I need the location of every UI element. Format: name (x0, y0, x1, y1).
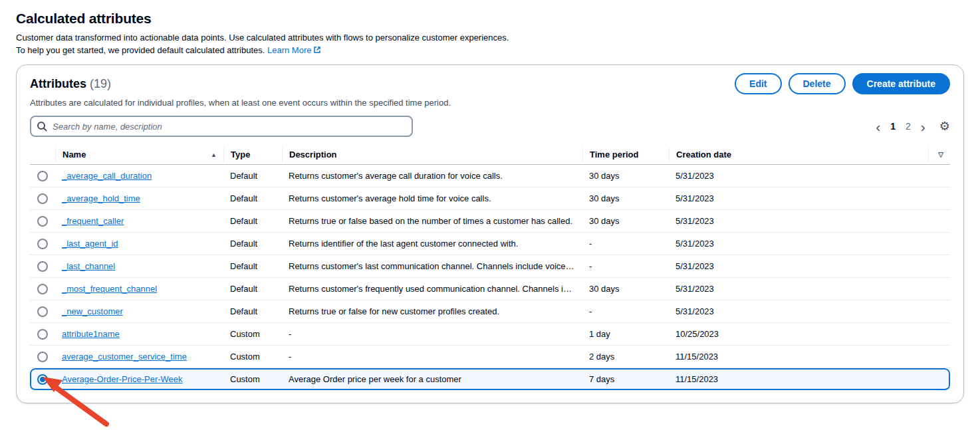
type-cell: Default (223, 284, 282, 294)
description-cell: Returns customer's frequently used commu… (282, 284, 582, 294)
table-row[interactable]: _most_frequent_channel Default Returns c… (30, 278, 950, 300)
row-radio-selected[interactable] (37, 374, 48, 385)
external-link-icon (313, 46, 321, 54)
page-description: Customer data transformed into actionabl… (16, 31, 964, 56)
type-cell: Custom (223, 352, 282, 362)
description-line-1: Customer data transformed into actionabl… (16, 33, 509, 43)
table-toolbar: ‹ 1 2 › ⚙ (30, 116, 950, 137)
attribute-name-link[interactable]: average_customer_service_time (62, 352, 187, 362)
pagination: ‹ 1 2 › ⚙ (876, 119, 950, 134)
row-radio[interactable] (37, 306, 48, 317)
row-radio[interactable] (37, 329, 48, 340)
panel-actions: Edit Delete Create attribute (735, 73, 950, 94)
row-radio[interactable] (37, 193, 48, 204)
edit-button[interactable]: Edit (735, 73, 781, 94)
table-row[interactable]: _last_channel Default Returns customer's… (30, 255, 950, 278)
search-input[interactable] (30, 116, 413, 137)
attributes-panel: Attributes (19) Edit Delete Create attri… (16, 64, 964, 403)
table-header-row: Name ▲ Type Description Time period Crea… (30, 145, 950, 165)
description-cell: Returns customer's average call duration… (282, 171, 582, 181)
page-1-button[interactable]: 1 (890, 121, 896, 132)
description-cell: - (282, 329, 582, 339)
type-cell: Default (223, 261, 282, 271)
column-header-type[interactable]: Type (223, 148, 282, 162)
table-row[interactable]: _frequent_caller Default Returns true or… (30, 210, 950, 233)
type-cell: Default (223, 193, 282, 203)
settings-gear-icon[interactable]: ⚙ (939, 119, 950, 134)
creation-date-cell: 5/31/2023 (669, 216, 950, 226)
time-period-cell: 1 day (582, 329, 669, 339)
time-period-cell: - (582, 306, 669, 316)
type-cell: Custom (223, 329, 282, 339)
type-cell: Default (223, 216, 282, 226)
panel-title: Attributes (19) (30, 77, 111, 91)
description-cell: Average Order price per week for a custo… (282, 374, 582, 384)
description-line-2: To help you get started, we provided def… (16, 45, 265, 55)
time-period-cell: 7 days (582, 374, 669, 384)
table-row[interactable]: _average_call_duration Default Returns c… (30, 165, 950, 187)
creation-date-cell: 5/31/2023 (669, 171, 950, 181)
table-row[interactable]: attribute1name Custom - 1 day 10/25/2023 (30, 323, 950, 346)
attributes-table: Name ▲ Type Description Time period Crea… (30, 145, 950, 391)
table-row[interactable]: _new_customer Default Returns true or fa… (30, 300, 950, 323)
attribute-name-link[interactable]: Average-Order-Price-Per-Week (62, 374, 183, 384)
table-row[interactable]: _average_hold_time Default Returns custo… (30, 187, 950, 210)
row-radio[interactable] (37, 284, 48, 294)
column-header-creation-date[interactable]: Creation date ▽ (669, 148, 950, 162)
page-2-button[interactable]: 2 (906, 121, 911, 132)
search-icon (37, 121, 47, 132)
creation-date-cell: 5/31/2023 (669, 261, 950, 271)
row-radio[interactable] (37, 171, 48, 181)
creation-date-cell: 11/15/2023 (669, 374, 950, 384)
time-period-cell: 30 days (582, 284, 669, 294)
time-period-cell: 30 days (582, 216, 669, 226)
time-period-cell: - (582, 239, 669, 249)
row-radio[interactable] (37, 352, 48, 362)
attribute-name-link[interactable]: _average_hold_time (62, 193, 140, 203)
previous-page-button[interactable]: ‹ (876, 120, 880, 134)
column-header-description[interactable]: Description (282, 148, 582, 162)
attribute-name-link[interactable]: _average_call_duration (62, 171, 152, 181)
attributes-count: (19) (90, 77, 111, 90)
attribute-name-link[interactable]: _last_agent_id (62, 239, 118, 249)
time-period-cell: 30 days (582, 193, 669, 203)
delete-button[interactable]: Delete (789, 73, 846, 94)
creation-date-cell: 5/31/2023 (669, 193, 950, 203)
row-radio[interactable] (37, 216, 48, 227)
type-cell: Default (223, 171, 282, 181)
search-box (30, 116, 413, 137)
table-row[interactable]: average_customer_service_time Custom - 2… (30, 346, 950, 368)
attribute-name-link[interactable]: _frequent_caller (62, 216, 124, 226)
attribute-name-link[interactable]: _most_frequent_channel (62, 284, 157, 294)
type-cell: Default (223, 306, 282, 316)
creation-date-cell: 5/31/2023 (669, 284, 950, 294)
attribute-name-link[interactable]: _new_customer (62, 306, 123, 316)
creation-date-cell: 10/25/2023 (669, 329, 950, 339)
type-cell: Custom (223, 374, 282, 384)
attribute-name-link[interactable]: _last_channel (62, 261, 115, 271)
panel-subtitle: Attributes are calculated for individual… (30, 98, 950, 108)
column-header-name[interactable]: Name ▲ (55, 148, 223, 162)
next-page-button[interactable]: › (921, 120, 925, 134)
description-cell: Returns identifier of the last agent cus… (282, 239, 582, 249)
time-period-cell: - (582, 261, 669, 271)
attribute-name-link[interactable]: attribute1name (62, 329, 120, 339)
table-row[interactable]: _last_agent_id Default Returns identifie… (30, 233, 950, 255)
time-period-cell: 2 days (582, 352, 669, 362)
page-title: Calculated attributes (16, 11, 964, 27)
row-radio[interactable] (37, 239, 48, 249)
creation-date-cell: 11/15/2023 (669, 352, 950, 362)
description-cell: Returns customer's last communication ch… (282, 261, 582, 271)
filter-icon[interactable]: ▽ (928, 148, 943, 162)
type-cell: Default (223, 239, 282, 249)
column-header-time-period[interactable]: Time period (582, 148, 669, 162)
create-attribute-button[interactable]: Create attribute (852, 73, 950, 94)
description-cell: Returns true or false based on the numbe… (282, 216, 582, 226)
learn-more-link[interactable]: Learn More (267, 45, 321, 55)
creation-date-cell: 5/31/2023 (669, 306, 950, 316)
row-radio[interactable] (37, 261, 48, 272)
table-row-selected[interactable]: Average-Order-Price-Per-Week Custom Aver… (30, 368, 950, 391)
sort-ascending-icon: ▲ (211, 152, 217, 158)
calculated-attributes-page: Calculated attributes Customer data tran… (0, 0, 980, 403)
description-cell: - (282, 352, 582, 362)
